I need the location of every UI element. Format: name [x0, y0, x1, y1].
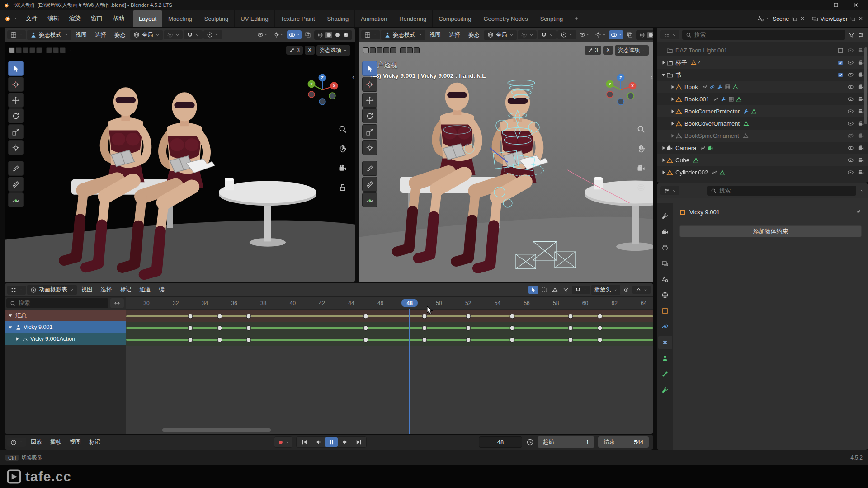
eye-icon[interactable] — [847, 157, 854, 164]
eye-icon[interactable] — [847, 120, 854, 127]
keyframe[interactable] — [568, 338, 573, 343]
keyframe[interactable] — [217, 326, 222, 331]
eye-icon[interactable] — [847, 169, 854, 176]
keyframe-region[interactable]: 303234363840424446485052545658606264 48 — [126, 297, 653, 434]
keyframe[interactable] — [363, 326, 368, 331]
tool-tweak-select-button[interactable] — [362, 61, 377, 76]
chevron-down-icon[interactable] — [68, 48, 72, 52]
properties-tab-view-layer[interactable] — [658, 257, 672, 270]
keyframe[interactable] — [466, 326, 471, 331]
keyframe[interactable] — [188, 326, 193, 331]
keyframe[interactable] — [217, 338, 222, 343]
bone-collection-toggle[interactable] — [16, 47, 22, 53]
eye-icon[interactable] — [847, 108, 854, 115]
bone-collection-toggle[interactable] — [407, 47, 413, 53]
tool-move-button[interactable] — [8, 93, 24, 108]
editor-type-button[interactable] — [7, 30, 26, 39]
editor-type-button[interactable] — [361, 30, 380, 39]
time-icon[interactable] — [526, 438, 534, 446]
properties-tab-render[interactable] — [658, 225, 672, 238]
workspace-tab-shading[interactable]: Shading — [321, 10, 355, 27]
viewport-menu-view[interactable]: 视图 — [72, 29, 90, 41]
mirror-x-toggle[interactable]: X — [305, 46, 315, 55]
render-visibility-icon[interactable] — [858, 71, 864, 78]
interpolation-dropdown[interactable] — [632, 286, 651, 294]
viewport-menu-view[interactable]: 视图 — [426, 29, 444, 41]
close-icon[interactable] — [858, 16, 863, 21]
tool-annotate-button[interactable] — [362, 161, 377, 176]
pivot-point-select[interactable] — [164, 30, 183, 39]
shading-solid-button[interactable] — [326, 32, 332, 38]
chevron-down-icon[interactable] — [860, 188, 864, 193]
outliner-row-3[interactable]: Book — [657, 81, 868, 93]
keyframe[interactable] — [509, 338, 514, 343]
snap-toggle[interactable] — [184, 30, 203, 39]
bone-collection-toggle[interactable] — [53, 47, 59, 53]
ds-menu-select[interactable]: 选择 — [97, 284, 116, 296]
sidebar-toggle-icon[interactable]: ‹ — [352, 73, 354, 80]
menu-help[interactable]: 帮助 — [108, 10, 129, 27]
maximize-icon[interactable] — [833, 2, 839, 8]
render-visibility-icon[interactable] — [858, 59, 864, 66]
channel-search-input[interactable] — [19, 300, 105, 306]
camera-view-button[interactable] — [337, 162, 349, 174]
mode-select[interactable]: 姿态模式 — [381, 30, 425, 40]
disclosure-icon[interactable] — [660, 72, 666, 78]
dope-sheet-mode-select[interactable]: 动画摄影表 — [27, 285, 77, 295]
current-frame-field[interactable]: 48 — [479, 436, 522, 448]
scene-selector[interactable]: Scene — [757, 15, 805, 22]
keyframe[interactable] — [363, 338, 368, 343]
workspace-tab-geometry-nodes[interactable]: Geometry Nodes — [477, 10, 534, 27]
tl-menu-marker[interactable]: 标记 — [85, 436, 104, 448]
track-object[interactable] — [126, 322, 653, 334]
keyframe[interactable] — [363, 314, 368, 319]
chevron-down-icon[interactable] — [422, 48, 426, 52]
jump-to-start-button[interactable] — [298, 437, 311, 447]
filter-dropdown[interactable] — [561, 286, 571, 294]
sidebar-toggle-icon[interactable]: ‹ — [651, 73, 653, 80]
tool-measure-button[interactable] — [362, 177, 377, 192]
render-visibility-icon[interactable] — [858, 84, 864, 90]
close-icon[interactable] — [800, 16, 805, 21]
render-visibility-icon[interactable] — [858, 157, 864, 164]
editor-type-button[interactable] — [7, 286, 26, 295]
blender-menu-button[interactable] — [0, 10, 21, 27]
channel-search[interactable] — [6, 298, 108, 308]
object-visibility-dropdown[interactable] — [255, 30, 270, 39]
keyframe[interactable] — [509, 326, 514, 331]
shading-wireframe-button[interactable] — [317, 32, 324, 38]
keyframe[interactable] — [188, 314, 193, 319]
keyframe[interactable] — [568, 314, 573, 319]
editor-type-button[interactable] — [7, 438, 26, 447]
bone-collection-toggle[interactable] — [414, 47, 420, 53]
keyframe[interactable] — [466, 338, 471, 343]
outliner-row-1[interactable]: 杯子2 — [657, 56, 868, 69]
proportional-editing-toggle[interactable] — [557, 30, 576, 39]
jump-to-end-button[interactable] — [352, 437, 365, 447]
viewport-menu-pose[interactable]: 姿态 — [111, 29, 129, 41]
outliner-row-9[interactable]: Cube — [657, 154, 868, 166]
disclosure-icon[interactable] — [8, 313, 13, 318]
shading-material-button[interactable] — [334, 32, 341, 38]
outliner-row-6[interactable]: BookCoverOrnament — [657, 117, 868, 130]
menu-edit[interactable]: 编辑 — [42, 10, 64, 27]
disclosure-icon[interactable] — [670, 96, 675, 102]
eye-icon[interactable] — [847, 59, 854, 66]
transform-pivot-counter[interactable]: 3 — [286, 46, 303, 55]
tl-menu-playback[interactable]: 回放 — [27, 436, 46, 448]
pause-playback-button[interactable] — [325, 437, 338, 447]
channel-summary[interactable]: 汇总 — [5, 310, 126, 321]
nav-gizmo[interactable]: ZXY — [305, 73, 340, 107]
render-visibility-icon[interactable] — [858, 108, 864, 115]
workspace-tab-modeling[interactable]: Modeling — [162, 10, 198, 27]
eye-icon[interactable] — [847, 47, 854, 54]
workspace-tab-compositing[interactable]: Compositing — [433, 10, 477, 27]
zoom-button[interactable] — [337, 123, 349, 135]
channel-action[interactable]: Vicky 9.001Action — [5, 333, 126, 345]
outliner-row-0[interactable]: DAZ Toon Light.001 — [657, 44, 868, 56]
menu-window[interactable]: 窗口 — [86, 10, 108, 27]
close-icon[interactable] — [853, 2, 859, 8]
workspace-tab-scripting[interactable]: Scripting — [534, 10, 570, 27]
keyframe[interactable] — [597, 338, 602, 343]
disclosure-icon[interactable] — [14, 336, 20, 342]
